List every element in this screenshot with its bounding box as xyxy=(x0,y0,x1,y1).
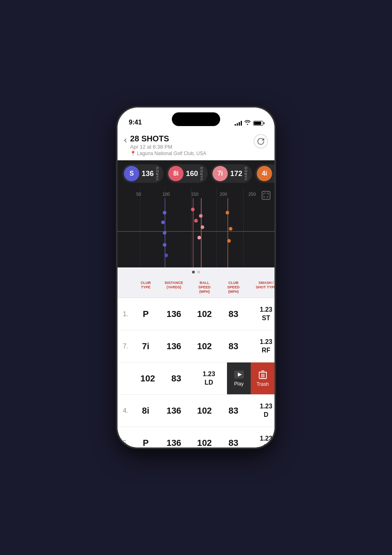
scatter-chart: 50 100 150 200 250 xyxy=(118,187,274,267)
row-7-clubspeed: 83 xyxy=(219,338,248,354)
table-row: 1. P 136 102 83 1.23ST 24.2°L2° xyxy=(118,298,274,330)
row-7-ballspeed: 102 xyxy=(190,338,219,354)
club-pill-s[interactable]: S 136 YARDS xyxy=(122,164,163,183)
club-pill-8i[interactable]: 8i 160 YARDS xyxy=(167,164,208,183)
dot-4i-1 xyxy=(226,211,229,215)
grid-line-250 xyxy=(243,187,243,267)
row-5-club: P xyxy=(134,435,158,447)
dot-7i-1 xyxy=(199,214,202,218)
row-4-smash: 1.23D xyxy=(248,399,274,422)
pagination xyxy=(118,267,274,277)
trash-label: Trash xyxy=(256,381,268,387)
dot-7i-2 xyxy=(200,226,204,229)
row-7-club: 7i xyxy=(134,338,158,354)
row-1-num: 1. xyxy=(118,307,134,321)
table-row: 5. P 136 102 83 1.23D 24.2°L2° xyxy=(118,427,274,447)
play-button[interactable]: Play xyxy=(227,362,251,394)
row-4-num: 4. xyxy=(118,404,134,418)
expand-icon[interactable] xyxy=(262,191,270,200)
row-7-distance: 136 xyxy=(158,338,190,354)
row-5-ballspeed: 102 xyxy=(190,435,219,447)
battery-fill xyxy=(254,122,261,125)
table-row-swiped: 102 83 1.23LD Play xyxy=(118,362,274,395)
club-distance-8i: 160 xyxy=(186,170,198,178)
club-pills-container: S 136 YARDS 8i 160 YARDS xyxy=(118,160,274,187)
header-location: 📍Laguna National Golf Club, USA xyxy=(130,151,206,156)
th-clubspeed: CLUBSPEED(MPH) xyxy=(219,279,248,295)
location-pin-icon: 📍 xyxy=(130,151,136,156)
row-1-ballspeed: 102 xyxy=(190,306,219,322)
screen: 9:41 xyxy=(118,108,274,447)
row-4-club: 8i xyxy=(134,403,158,419)
row-5-clubspeed: 83 xyxy=(219,435,248,447)
chart-axis: 50 100 150 200 250 xyxy=(118,192,274,197)
dynamic-island xyxy=(172,112,220,126)
play-label: Play xyxy=(234,381,243,387)
club-circle-4i: 4i xyxy=(257,166,272,181)
club-unit-8i: YARDS xyxy=(200,166,204,180)
club-pill-4i[interactable]: 4i 203 YARDS xyxy=(255,164,274,183)
status-time: 9:41 xyxy=(129,119,142,127)
wifi-icon xyxy=(244,120,251,126)
th-num xyxy=(118,279,134,295)
dot-8i-1 xyxy=(191,208,195,211)
header-left: ‹ 28 SHOTS Apr 12 at 6:38 PM 📍Laguna Nat… xyxy=(124,134,206,156)
page-dot-2[interactable] xyxy=(197,271,200,273)
table-container[interactable]: CLUBTYPE DISTANCE(YARDS) BALLSPEED(MPH) … xyxy=(118,277,274,447)
club-unit-s: YARDS xyxy=(155,166,159,180)
chart-center-line xyxy=(118,231,274,232)
dot-s-5 xyxy=(164,254,168,257)
club-distance-7i: 172 xyxy=(230,170,242,178)
club-pill-7i[interactable]: 7i 172 YARDS xyxy=(211,164,252,183)
dot-7i-3 xyxy=(197,236,201,240)
status-icons xyxy=(235,120,263,127)
header-title-block: 28 SHOTS Apr 12 at 6:38 PM 📍Laguna Natio… xyxy=(130,134,206,156)
chart-line-7i xyxy=(201,198,202,267)
signal-bars-icon xyxy=(235,121,242,126)
header-subtitle: Apr 12 at 6:38 PM xyxy=(130,144,206,150)
th-smash: SMASH /SHOT TYPE xyxy=(248,279,274,295)
row-1-smash: 1.23ST xyxy=(248,302,274,326)
row-5-num: 5. xyxy=(118,436,134,447)
club-unit-7i: YARDS xyxy=(244,166,248,180)
club-circle-7i: 7i xyxy=(213,166,228,181)
trash-icon xyxy=(259,370,267,379)
th-ballspeed: BALLSPEED(MPH) xyxy=(190,279,219,295)
header: ‹ 28 SHOTS Apr 12 at 6:38 PM 📍Laguna Nat… xyxy=(118,129,274,160)
th-club: CLUBTYPE xyxy=(134,279,158,295)
row-5-smash: 1.23D xyxy=(248,431,274,447)
content-area: ‹ 28 SHOTS Apr 12 at 6:38 PM 📍Laguna Nat… xyxy=(118,129,274,447)
table-row: 7. 7i 136 102 83 1.23RF 24.2°L2° xyxy=(118,330,274,362)
dot-8i-2 xyxy=(194,219,198,223)
row-sw-ballspeed: 83 xyxy=(162,371,191,387)
grid-line-50 xyxy=(140,187,140,267)
row-sw-smash: 1.23LD xyxy=(191,367,227,390)
grid-line-200 xyxy=(217,187,217,267)
page-dot-1[interactable] xyxy=(192,271,195,273)
dot-s-2 xyxy=(161,221,165,224)
dot-4i-2 xyxy=(229,227,232,231)
row-1-club: P xyxy=(134,306,158,322)
swipe-actions: Play T xyxy=(227,362,274,394)
battery-icon xyxy=(253,121,263,126)
refresh-icon[interactable] xyxy=(254,134,268,149)
row-sw-num xyxy=(118,375,134,382)
chart-line-4i xyxy=(227,198,228,267)
phone-frame: 9:41 xyxy=(118,108,274,447)
row-sw-distance: 102 xyxy=(134,371,162,387)
back-button[interactable]: ‹ xyxy=(124,135,127,145)
club-circle-8i: 8i xyxy=(168,166,184,181)
page-title: 28 SHOTS xyxy=(130,134,206,143)
row-1-clubspeed: 83 xyxy=(219,306,248,322)
club-circle-s: S xyxy=(124,166,139,181)
club-distance-s: 136 xyxy=(142,170,154,178)
phone-wrapper: 9:41 xyxy=(109,90,283,465)
dot-s-3 xyxy=(163,231,167,235)
dot-s-1 xyxy=(163,211,167,215)
play-icon xyxy=(234,371,244,379)
grid-line-150 xyxy=(191,187,192,267)
row-7-num: 7. xyxy=(118,340,134,353)
trash-button[interactable]: Trash xyxy=(251,362,274,394)
row-4-ballspeed: 102 xyxy=(190,403,219,419)
row-5-distance: 136 xyxy=(158,435,190,447)
